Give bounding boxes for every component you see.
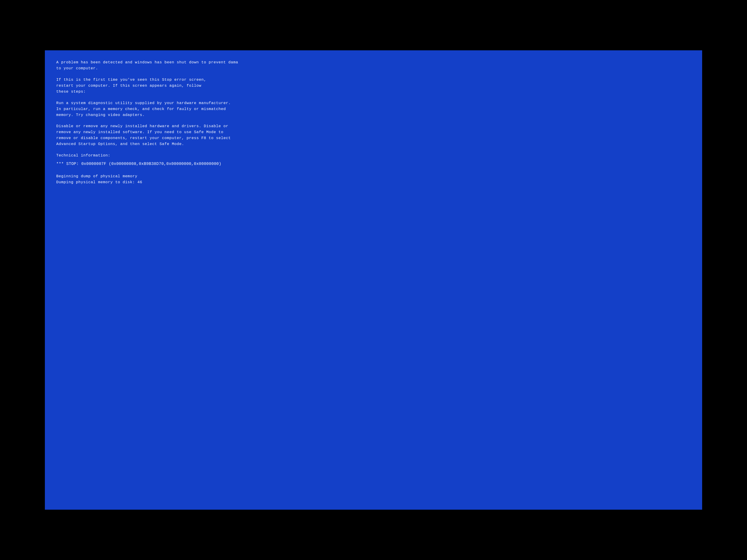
diagnostic-line2: In particular, run a memory check, and c… [56,107,226,111]
dump-line2: Dumping physical memory to disk: 46 [56,180,143,184]
disable-line4: Advanced Startup Options, and then selec… [56,142,184,146]
disable-line3: remove or disable components, restart yo… [56,136,231,140]
disable-line2: remove any newly installed software. If … [56,130,223,134]
dump-info-block: Beginning dump of physical memory Dumpin… [56,174,691,185]
diagnostic-line1: Run a system diagnostic utility supplied… [56,101,231,105]
tech-info-text: Technical information: [56,153,110,158]
intro-line1: A problem has been detected and windows … [56,60,238,64]
diagnostic-paragraph: Run a system diagnostic utility supplied… [56,100,691,118]
screen-container: A problem has been detected and windows … [0,0,747,560]
disable-paragraph: Disable or remove any newly installed ha… [56,123,691,147]
intro-line2: to your computer. [56,66,98,71]
first-time-line2: restart your computer. If this screen ap… [56,83,201,88]
stop-code-block: *** STOP: 0x0000007F (0x00000008,0xB9B38… [56,161,691,167]
dump-line1: Beginning dump of physical memory [56,174,137,179]
technical-info-label: Technical information: [56,153,691,159]
bsod-screen: A problem has been detected and windows … [45,50,702,509]
first-time-paragraph: If this is the first time you've seen th… [56,77,691,95]
first-time-line1: If this is the first time you've seen th… [56,78,206,82]
intro-paragraph: A problem has been detected and windows … [56,59,691,71]
first-time-line3: these steps: [56,89,86,94]
stop-code-text: *** STOP: 0x0000007F (0x00000008,0xB9B38… [56,161,221,166]
disable-line1: Disable or remove any newly installed ha… [56,124,228,128]
diagnostic-line3: memory. Try changing video adapters. [56,113,145,117]
